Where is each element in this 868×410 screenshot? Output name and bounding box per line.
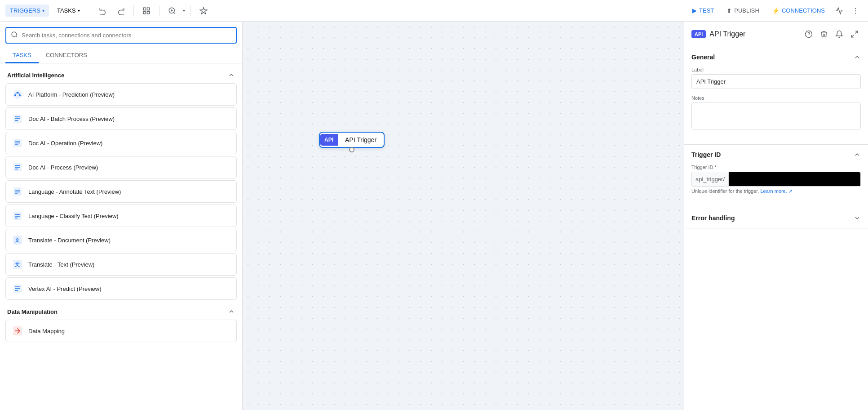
list-item[interactable]: 文 Translate - Text (Preview) <box>5 253 237 276</box>
list-item[interactable]: Doc AI - Operation (Preview) <box>5 132 237 154</box>
svg-line-12 <box>16 36 17 37</box>
notes-field-label: Notes <box>691 95 861 101</box>
delete-icon[interactable] <box>818 28 830 40</box>
expand-icon[interactable] <box>848 28 861 40</box>
chevron-up-general-icon <box>854 53 861 61</box>
metrics-button[interactable] <box>832 4 846 18</box>
list-item[interactable]: Data Mapping <box>5 320 237 342</box>
left-content: Artificial Intelligence AI Platform - Pr… <box>0 63 242 410</box>
svg-rect-1 <box>147 8 149 10</box>
label-input[interactable] <box>691 74 861 89</box>
doc-ai-batch-icon <box>11 112 24 125</box>
toolbar: TRIGGERS ▾ TASKS ▾ ▾ ▶ TEST ⬆ PUBLISH ⚡ … <box>0 0 868 22</box>
category-ai[interactable]: Artificial Intelligence <box>5 67 237 83</box>
triggers-label: TRIGGERS <box>10 7 40 14</box>
svg-text:文: 文 <box>15 237 20 243</box>
svg-line-48 <box>855 31 858 33</box>
search-input[interactable] <box>22 32 231 39</box>
connections-button[interactable]: ⚡ CONNECTIONS <box>766 4 830 17</box>
svg-text:文: 文 <box>15 262 20 267</box>
svg-point-9 <box>855 10 856 11</box>
redo-button[interactable] <box>114 4 128 18</box>
more-options-button[interactable] <box>848 4 863 18</box>
list-item[interactable]: Language - Classify Text (Preview) <box>5 205 237 227</box>
api-badge: API <box>691 30 706 38</box>
label-field-label: Label <box>691 67 861 72</box>
section-general-header[interactable]: General <box>684 47 868 67</box>
svg-point-14 <box>17 92 18 94</box>
toolbar-right: ▶ TEST ⬆ PUBLISH ⚡ CONNECTIONS <box>687 4 863 18</box>
tab-tasks[interactable]: TASKS <box>5 48 39 63</box>
help-icon[interactable] <box>802 28 815 40</box>
zoom-button[interactable] <box>165 4 179 18</box>
doc-ai-operation-icon <box>11 137 24 149</box>
list-item[interactable]: Language - Annotate Text (Preview) <box>5 180 237 203</box>
svg-point-15 <box>14 94 16 96</box>
data-mapping-icon <box>11 325 24 337</box>
trigger-id-input[interactable] <box>728 172 861 187</box>
vertex-ai-icon <box>11 282 24 295</box>
svg-line-5 <box>173 12 175 13</box>
notes-textarea[interactable] <box>691 102 861 129</box>
section-general-content: Label Notes <box>684 67 868 144</box>
separator-3 <box>159 5 159 16</box>
node-label: API Trigger <box>338 133 384 147</box>
section-error-handling: Error handling <box>684 208 868 228</box>
bell-icon[interactable] <box>833 28 846 40</box>
separator-4 <box>190 5 191 16</box>
left-panel: TASKS CONNECTORS Artificial Intelligence… <box>0 22 243 410</box>
chevron-up-icon-dm <box>228 308 235 315</box>
section-general: General Label Notes <box>684 47 868 145</box>
connections-label: CONNECTIONS <box>782 7 825 14</box>
trigger-id-field-label: Trigger ID * <box>691 165 861 170</box>
list-item[interactable]: Vertex AI - Predict (Preview) <box>5 277 237 300</box>
learn-more-link[interactable]: Learn more. ↗ <box>760 188 792 194</box>
section-error-handling-header[interactable]: Error handling <box>684 208 868 228</box>
magic-button[interactable] <box>196 4 211 18</box>
trigger-id-row: api_trigger/ <box>691 172 861 187</box>
triggers-button[interactable]: TRIGGERS ▾ <box>5 4 49 17</box>
tasks-chevron-icon: ▾ <box>78 8 80 13</box>
publish-button[interactable]: ⬆ PUBLISH <box>721 4 765 17</box>
test-label: TEST <box>699 7 714 14</box>
test-play-icon: ▶ <box>692 7 697 14</box>
undo-button[interactable] <box>96 4 110 18</box>
section-trigger-id-header[interactable]: Trigger ID <box>684 145 868 165</box>
svg-point-11 <box>12 32 17 37</box>
publish-icon: ⬆ <box>726 7 732 14</box>
svg-rect-2 <box>147 11 149 13</box>
svg-point-8 <box>855 8 856 9</box>
api-trigger-node[interactable]: API API Trigger <box>319 132 385 148</box>
test-button[interactable]: ▶ TEST <box>687 4 719 17</box>
svg-point-10 <box>855 13 856 13</box>
list-item[interactable]: AI Platform - Prediction (Preview) <box>5 83 237 106</box>
list-item[interactable]: Doc AI - Process (Preview) <box>5 156 237 178</box>
zoom-chevron-icon: ▾ <box>183 8 185 13</box>
fit-screen-button[interactable] <box>139 4 154 18</box>
chevron-down-error-icon <box>854 214 861 222</box>
category-data-manipulation[interactable]: Data Manipulation <box>5 303 237 320</box>
svg-rect-29 <box>13 187 22 196</box>
search-input-wrap <box>5 27 237 44</box>
search-bar <box>0 22 242 44</box>
trigger-prefix: api_trigger/ <box>691 172 728 187</box>
canvas-area[interactable]: API API Trigger <box>243 22 684 410</box>
translate-text-icon: 文 <box>11 258 24 271</box>
section-trigger-id-content: Trigger ID * api_trigger/ Unique identif… <box>684 165 868 208</box>
triggers-chevron-icon: ▾ <box>42 8 44 13</box>
language-annotate-icon <box>11 185 24 198</box>
tasks-button[interactable]: TASKS ▾ <box>53 4 84 17</box>
connections-icon: ⚡ <box>772 7 779 14</box>
right-header-icons <box>802 28 861 40</box>
right-panel-title: API Trigger <box>709 30 799 38</box>
notes-field-group: Notes <box>691 95 861 131</box>
list-item[interactable]: 文 Translate - Document (Preview) <box>5 229 237 251</box>
tasks-label: TASKS <box>57 7 76 14</box>
node-badge: API <box>320 134 338 146</box>
list-item[interactable]: Doc AI - Batch Process (Preview) <box>5 107 237 130</box>
tab-connectors[interactable]: CONNECTORS <box>39 48 94 63</box>
chevron-up-icon <box>228 71 235 79</box>
right-panel-header: API API Trigger <box>684 22 868 47</box>
trigger-id-hint: Unique identifier for the trigger. Learn… <box>691 188 861 194</box>
left-tabs: TASKS CONNECTORS <box>0 48 242 63</box>
